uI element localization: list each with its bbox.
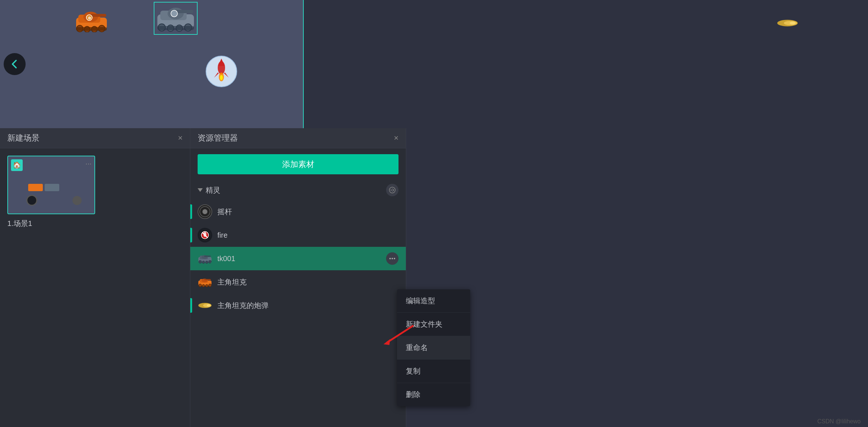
section-toggle[interactable]: 精灵 [198,185,220,195]
scroll-left-arrow[interactable] [4,53,26,75]
svg-point-27 [220,75,223,80]
scene-close-button[interactable]: × [178,133,183,143]
scene-panel: 新建场景 × 🏠 ··· 1.场景1 [0,128,190,427]
thumb-joystick [26,195,37,206]
svg-point-34 [200,207,210,217]
resource-item-fire[interactable]: fire [190,223,406,247]
scene-panel-header: 新建场景 × [0,128,190,148]
svg-point-58 [206,285,208,287]
scene-thumbnail[interactable]: 🏠 ··· [7,156,95,214]
item-name-main-bullet: 主角坦克的炮弹 [217,301,399,311]
tank-sprite-2-selected[interactable] [154,2,198,35]
item-more-button-tk001[interactable] [386,252,399,265]
triangle-down-icon [198,188,203,192]
joystick-icon [198,204,212,219]
thumb-tank2 [45,184,59,191]
resource-item-main-bullet[interactable]: 主角坦克的炮弹 [190,294,406,317]
svg-point-40 [203,232,206,237]
thumb-compass [72,196,82,205]
item-name-yaogan: 摇杆 [217,207,399,217]
svg-rect-14 [176,10,193,13]
svg-rect-19 [157,26,194,30]
resource-item-yaogan[interactable]: 摇杆 [190,200,406,223]
bullet-sprite-canvas [777,19,795,26]
scene-panel-title: 新建场景 [7,133,40,144]
context-menu-item-delete[interactable]: 删除 [397,383,470,406]
svg-point-56 [199,284,202,287]
rocket-sprite [205,55,238,88]
context-menu-item-copy[interactable]: 复制 [397,360,470,383]
svg-point-20 [171,10,177,17]
tank-gray-icon [198,251,212,266]
resource-panel: 资源管理器 × 添加素材 精灵 [190,128,406,427]
item-name-main-tank: 主角坦克 [217,277,399,287]
svg-point-47 [206,261,208,264]
item-indicator [190,228,192,242]
resource-panel-header: 资源管理器 × [190,128,406,148]
svg-point-35 [202,209,207,214]
resource-item-tk001[interactable]: tk001 [190,247,406,270]
scene-label: 1.场景1 [7,219,183,229]
item-name-tk001: tk001 [217,255,381,263]
scene-thumbnail-dots[interactable]: ··· [85,159,91,168]
context-menu-item-edit-shape[interactable]: 编辑造型 [397,289,470,313]
context-menu-item-new-folder[interactable]: 新建文件夹 [397,313,470,336]
svg-point-30 [790,22,796,25]
svg-point-48 [209,260,212,263]
tank-sprite-1: ⚙ [73,7,110,33]
thumb-tank1 [28,184,43,191]
context-menu-item-rename[interactable]: 重命名 [397,336,470,360]
svg-point-59 [209,284,212,287]
svg-rect-44 [204,256,211,257]
item-indicator [190,204,192,219]
tank-orange-icon [198,275,212,289]
scene-home-icon: 🏠 [11,159,23,171]
svg-point-49 [389,258,391,259]
section-action-button[interactable] [386,184,399,196]
svg-point-32 [391,190,392,191]
item-name-fire: fire [217,231,399,240]
svg-point-57 [202,285,205,287]
fire-icon [198,228,212,242]
add-material-button[interactable]: 添加素材 [198,154,399,174]
svg-rect-3 [91,14,106,17]
svg-point-45 [199,260,202,263]
svg-point-31 [389,187,395,193]
bullet-icon [198,298,212,313]
svg-point-50 [392,258,393,259]
svg-rect-8 [76,27,107,31]
svg-point-46 [202,261,205,264]
svg-text:⚙: ⚙ [88,16,91,20]
resource-item-main-tank[interactable]: 主角坦克 [190,270,406,294]
section-header-sprites: 精灵 [190,180,406,200]
right-panel [406,128,868,427]
item-indicator [190,298,192,313]
canvas-right [304,0,868,128]
scene-content: 🏠 ··· 1.场景1 [0,148,190,236]
context-menu: 编辑造型 新建文件夹 重命名 复制 删除 [397,289,470,406]
resource-close-button[interactable]: × [394,133,399,143]
canvas-area: ⚙ [0,0,868,128]
resource-panel-title: 资源管理器 [198,133,238,144]
svg-point-36 [204,211,206,213]
section-title: 精灵 [206,185,220,195]
watermark: CSDN @lilihewo [818,418,861,425]
svg-point-62 [207,304,210,307]
svg-rect-55 [204,279,211,280]
canvas-left: ⚙ [0,0,304,128]
svg-point-51 [394,258,395,259]
